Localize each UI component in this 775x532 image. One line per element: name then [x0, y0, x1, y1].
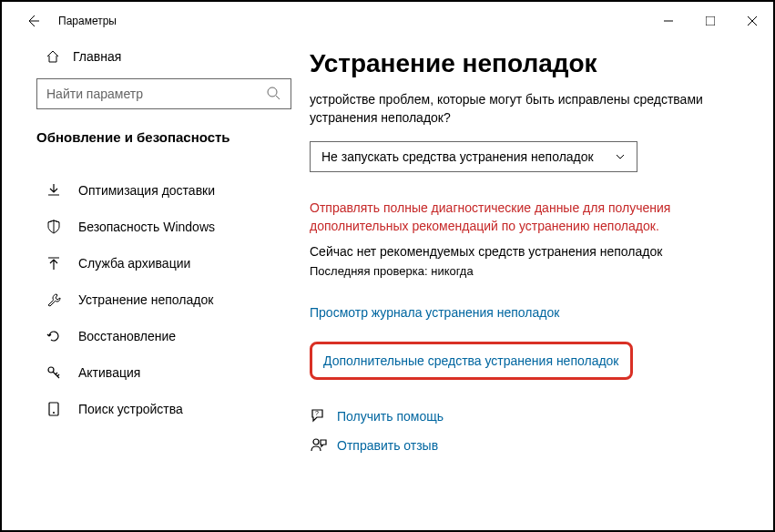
highlighted-link-box: Дополнительные средства устранения непол…: [310, 342, 633, 380]
sidebar-item-backup[interactable]: Служба архивации: [2, 245, 310, 281]
home-icon: [46, 49, 60, 64]
home-nav-item[interactable]: Главная: [2, 40, 310, 78]
dropdown-value: Не запускать средства устранения неполад…: [321, 149, 615, 164]
feedback-row[interactable]: Отправить отзыв: [310, 436, 737, 455]
chevron-down-icon: [615, 151, 626, 162]
back-button[interactable]: [20, 8, 46, 34]
nav-label: Активация: [78, 365, 140, 380]
feedback-link: Отправить отзыв: [337, 438, 438, 453]
home-label: Главная: [73, 49, 121, 64]
maximize-button[interactable]: [689, 6, 731, 36]
sidebar-item-delivery[interactable]: Оптимизация доставки: [2, 172, 310, 209]
delivery-icon: [46, 182, 62, 199]
sidebar-item-find-device[interactable]: Поиск устройства: [2, 391, 310, 427]
nav-label: Поиск устройства: [78, 402, 183, 416]
nav-label: Оптимизация доставки: [78, 183, 215, 198]
shield-icon: [46, 219, 62, 235]
help-link: Получить помощь: [337, 409, 444, 424]
svg-line-6: [276, 96, 280, 99]
get-help-row[interactable]: ? Получить помощь: [310, 407, 737, 425]
backup-icon: [46, 255, 62, 271]
minimize-button[interactable]: [648, 6, 689, 36]
recovery-icon: [46, 328, 62, 344]
main-content: Устранение неполадок устройстве проблем,…: [310, 40, 773, 530]
close-icon: [748, 16, 757, 26]
close-button[interactable]: [731, 6, 773, 36]
svg-point-11: [313, 439, 319, 445]
svg-point-5: [268, 87, 277, 97]
key-icon: [46, 364, 62, 381]
search-box[interactable]: [36, 78, 291, 109]
nav-label: Устранение неполадок: [78, 292, 213, 307]
maximize-icon: [706, 16, 715, 26]
nav-label: Восстановление: [78, 329, 176, 343]
find-device-icon: [46, 401, 62, 417]
sidebar-item-troubleshoot[interactable]: Устранение неполадок: [2, 281, 310, 318]
nav-label: Служба архивации: [78, 256, 190, 271]
sidebar-section-header: Обновление и безопасность: [2, 109, 310, 154]
sidebar-item-security[interactable]: Безопасность Windows: [2, 209, 310, 245]
status-text: Сейчас нет рекомендуемых средств устране…: [310, 244, 737, 259]
sidebar: Главная Обновление и безопасность Оптими…: [2, 40, 310, 530]
back-arrow-icon: [25, 14, 40, 28]
sidebar-item-recovery[interactable]: Восстановление: [2, 318, 310, 354]
additional-troubleshooters-link[interactable]: Дополнительные средства устранения непол…: [323, 353, 619, 368]
window-title: Параметры: [58, 15, 117, 27]
search-icon: [267, 87, 281, 101]
page-subtitle: устройстве проблем, которые могут быть и…: [310, 91, 737, 127]
svg-text:?: ?: [315, 410, 319, 416]
diagnostic-warning: Отправлять полные диагностические данные…: [310, 200, 737, 235]
titlebar: Параметры: [2, 2, 773, 40]
search-input[interactable]: [46, 87, 267, 101]
nav-label: Безопасность Windows: [78, 220, 215, 234]
sidebar-item-activation[interactable]: Активация: [2, 354, 310, 391]
history-link[interactable]: Просмотр журнала устранения неполадок: [310, 305, 737, 320]
help-icon: ?: [310, 407, 328, 425]
minimize-icon: [664, 16, 673, 26]
svg-point-9: [53, 412, 55, 414]
troubleshoot-mode-dropdown[interactable]: Не запускать средства устранения неполад…: [310, 141, 637, 172]
page-title: Устранение неполадок: [310, 49, 737, 78]
wrench-icon: [46, 292, 62, 308]
last-check-text: Последняя проверка: никогда: [310, 264, 737, 278]
svg-rect-2: [706, 16, 715, 26]
feedback-icon: [310, 436, 328, 455]
window-controls: [648, 6, 773, 36]
